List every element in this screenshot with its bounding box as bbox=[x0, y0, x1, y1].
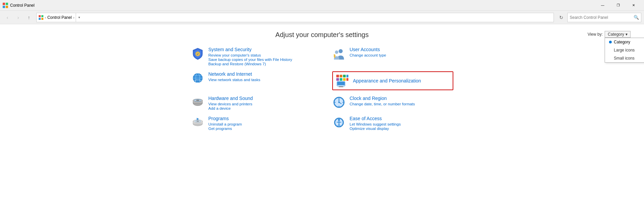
appearance-info: Appearance and Personalization bbox=[353, 78, 450, 83]
svg-point-34 bbox=[196, 100, 199, 101]
page-title: Adjust your computer's settings bbox=[13, 31, 631, 39]
navigation-bar: ‹ › ↑ › Control Panel › ▾ ↻ 🔍 bbox=[0, 11, 644, 24]
user-accounts-links: Change account type bbox=[350, 53, 453, 57]
control-panel-icon bbox=[3, 3, 8, 8]
viewby-small-label: Small icons bbox=[614, 56, 634, 61]
ease-icon bbox=[332, 116, 346, 129]
appearance-title[interactable]: Appearance and Personalization bbox=[353, 78, 450, 83]
svg-rect-6 bbox=[39, 18, 41, 20]
hardware-title[interactable]: Hardware and Sound bbox=[209, 96, 312, 101]
svg-rect-0 bbox=[3, 3, 5, 5]
search-icon[interactable]: 🔍 bbox=[634, 15, 639, 20]
clock-links: Change date, time, or number formats bbox=[350, 102, 453, 106]
up-button[interactable]: ↑ bbox=[24, 13, 34, 22]
viewby-option-label: Category bbox=[614, 40, 630, 44]
category-hardware[interactable]: Hardware and Sound View devices and prin… bbox=[191, 96, 312, 110]
refresh-button[interactable]: ↻ bbox=[557, 13, 566, 22]
svg-rect-4 bbox=[39, 15, 41, 17]
home-icon bbox=[39, 15, 43, 20]
user-accounts-icon bbox=[332, 47, 346, 60]
svg-rect-28 bbox=[337, 82, 345, 85]
user-link-1[interactable]: Change account type bbox=[350, 53, 453, 57]
svg-rect-1 bbox=[6, 3, 8, 5]
category-user-accounts[interactable]: User Accounts Change account type bbox=[332, 47, 453, 66]
category-clock[interactable]: Clock and Region Change date, time, or n… bbox=[332, 96, 453, 110]
svg-rect-24 bbox=[340, 78, 342, 81]
categories-grid: ✓ System and Security Review your comput… bbox=[191, 47, 453, 131]
hardware-info: Hardware and Sound View devices and prin… bbox=[209, 96, 312, 110]
system-link-2[interactable]: Save backup copies of your files with Fi… bbox=[209, 58, 312, 62]
address-dropdown-button[interactable]: ▾ bbox=[76, 13, 82, 22]
svg-point-11 bbox=[335, 50, 338, 54]
main-content: Adjust your computer's settings View by:… bbox=[0, 24, 644, 208]
system-security-icon: ✓ bbox=[191, 47, 204, 60]
svg-rect-25 bbox=[343, 78, 346, 81]
network-link-1[interactable]: View network status and tasks bbox=[209, 78, 312, 82]
breadcrumb: › Control Panel › bbox=[39, 15, 74, 20]
viewby-option-small-icons[interactable]: Small icons bbox=[605, 54, 644, 62]
clock-title[interactable]: Clock and Region bbox=[350, 96, 453, 101]
search-bar[interactable]: 🔍 bbox=[567, 13, 641, 22]
restore-button[interactable]: ❐ bbox=[610, 0, 626, 11]
hardware-link-2[interactable]: Add a device bbox=[209, 106, 312, 110]
close-button[interactable]: ✕ bbox=[626, 0, 641, 11]
user-accounts-title[interactable]: User Accounts bbox=[350, 47, 453, 52]
ease-info: Ease of Access Let Windows suggest setti… bbox=[350, 116, 453, 131]
network-links: View network status and tasks bbox=[209, 78, 312, 82]
viewby-option-category[interactable]: Category bbox=[605, 38, 644, 46]
window-title: Control Panel bbox=[10, 3, 35, 8]
svg-rect-3 bbox=[6, 6, 8, 8]
network-info: Network and Internet View network status… bbox=[209, 71, 312, 82]
radio-empty-icon2 bbox=[609, 57, 612, 60]
network-icon bbox=[191, 71, 204, 85]
viewby-dropdown[interactable]: Category ▾ Category Large icons Small ic… bbox=[605, 31, 631, 38]
viewby-chevron-icon: ▾ bbox=[626, 32, 628, 37]
category-network[interactable]: Network and Internet View network status… bbox=[191, 71, 312, 90]
programs-link-2[interactable]: Get programs bbox=[209, 127, 312, 131]
svg-rect-26 bbox=[346, 78, 348, 81]
system-security-title[interactable]: System and Security bbox=[209, 47, 312, 52]
system-security-links: Review your computer's status Save backu… bbox=[209, 53, 312, 66]
appearance-icon bbox=[336, 74, 349, 88]
breadcrumb-controlpanel[interactable]: Control Panel bbox=[47, 15, 72, 20]
programs-title[interactable]: Programs bbox=[209, 116, 312, 121]
programs-links: Uninstall a program Get programs bbox=[209, 122, 312, 131]
svg-rect-22 bbox=[346, 75, 348, 77]
address-bar[interactable]: › Control Panel › ▾ bbox=[36, 13, 554, 22]
title-bar: Control Panel — ❐ ✕ bbox=[0, 0, 644, 11]
system-link-1[interactable]: Review your computer's status bbox=[209, 53, 312, 57]
ease-link-2[interactable]: Optimize visual display bbox=[350, 127, 453, 131]
clock-info: Clock and Region Change date, time, or n… bbox=[350, 96, 453, 106]
clock-icon bbox=[332, 96, 346, 109]
svg-rect-23 bbox=[336, 78, 339, 81]
network-title[interactable]: Network and Internet bbox=[209, 71, 312, 77]
radio-empty-icon bbox=[609, 49, 612, 51]
viewby-option-large-icons[interactable]: Large icons bbox=[605, 46, 644, 54]
category-programs[interactable]: Programs Uninstall a program Get program… bbox=[191, 116, 312, 131]
programs-link-1[interactable]: Uninstall a program bbox=[209, 122, 312, 126]
hardware-icon bbox=[191, 96, 204, 109]
svg-rect-19 bbox=[336, 75, 339, 77]
hardware-links: View devices and printers Add a device bbox=[209, 102, 312, 110]
clock-link-1[interactable]: Change date, time, or number formats bbox=[350, 102, 453, 106]
viewby-bar: View by: Category ▾ Category Large icons… bbox=[588, 31, 631, 38]
viewby-menu: Category Large icons Small icons bbox=[605, 38, 644, 63]
search-input[interactable] bbox=[570, 15, 632, 20]
ease-title[interactable]: Ease of Access bbox=[350, 116, 453, 121]
ease-links: Let Windows suggest settings Optimize vi… bbox=[350, 122, 453, 131]
forward-button[interactable]: › bbox=[13, 13, 23, 22]
svg-rect-18 bbox=[196, 80, 200, 82]
category-appearance[interactable]: Appearance and Personalization bbox=[332, 71, 453, 90]
svg-point-49 bbox=[196, 121, 199, 122]
category-system-security[interactable]: ✓ System and Security Review your comput… bbox=[191, 47, 312, 66]
system-link-3[interactable]: Backup and Restore (Windows 7) bbox=[209, 62, 312, 66]
viewby-button[interactable]: Category ▾ bbox=[605, 31, 631, 38]
ease-link-1[interactable]: Let Windows suggest settings bbox=[350, 122, 453, 126]
minimize-button[interactable]: — bbox=[595, 0, 610, 11]
back-button[interactable]: ‹ bbox=[3, 13, 12, 22]
svg-rect-7 bbox=[41, 18, 43, 20]
category-ease[interactable]: Ease of Access Let Windows suggest setti… bbox=[332, 116, 453, 131]
user-accounts-info: User Accounts Change account type bbox=[350, 47, 453, 57]
svg-rect-5 bbox=[41, 15, 43, 17]
hardware-link-1[interactable]: View devices and printers bbox=[209, 102, 312, 106]
